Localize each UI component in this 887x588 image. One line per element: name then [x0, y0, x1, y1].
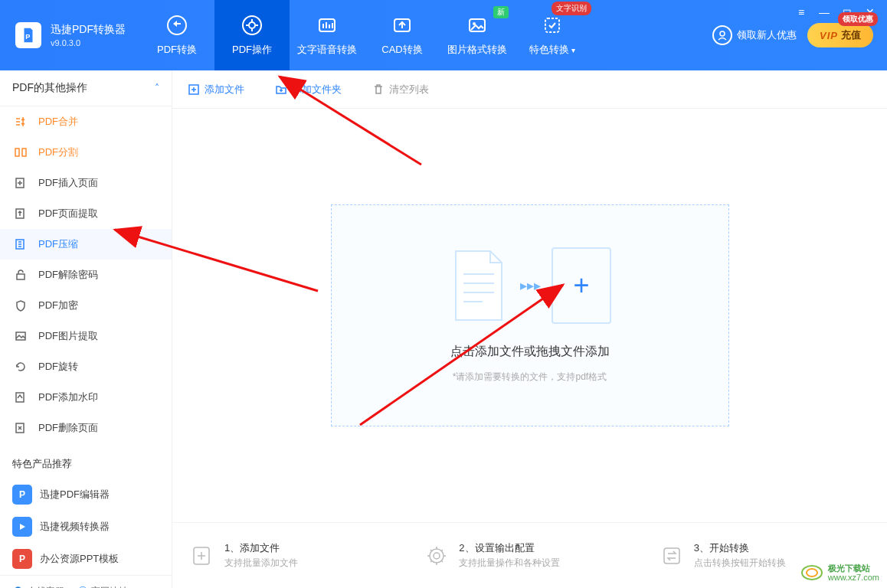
sidebar-item-compress[interactable]: PDF压缩 — [0, 229, 172, 260]
tab-cad-convert[interactable]: CAD转换 — [365, 0, 440, 70]
sidebar-item-encrypt[interactable]: PDF加密 — [0, 290, 172, 321]
recommend-label: 迅捷视频转换器 — [40, 520, 110, 534]
svg-rect-8 — [545, 18, 559, 32]
vip-label: 充值 — [841, 28, 861, 42]
add-file-button[interactable]: 添加文件 — [188, 83, 244, 96]
svg-point-3 — [249, 22, 255, 28]
svg-point-2 — [243, 16, 261, 34]
operate-icon — [241, 14, 263, 37]
tab-special-convert[interactable]: 文字识别 特色转换▾ — [515, 0, 590, 70]
sidebar-item-label: PDF加密 — [38, 299, 78, 312]
add-box-icon: + — [552, 247, 611, 324]
vip-recharge-button[interactable]: 领取优惠 VIP 充值 — [807, 23, 873, 47]
sidebar-item-label: PDF旋转 — [38, 360, 78, 374]
sidebar-item-unlock[interactable]: PDF解除密码 — [0, 260, 172, 290]
user-icon — [712, 25, 732, 45]
step-sub: 支持批量添加文件 — [224, 557, 298, 570]
step-2: 2、设置输出配置支持批量操作和各种设置 — [424, 541, 635, 570]
unlock-icon — [14, 268, 28, 282]
sidebar-item-merge[interactable]: PDF合并 — [0, 106, 172, 137]
main-panel: 添加文件 添加文件夹 清空列表 ▸▸▸ + 点击 — [172, 70, 887, 588]
badge-new: 新 — [493, 6, 509, 18]
tab-pdf-operate[interactable]: PDF操作 — [214, 0, 290, 70]
watermark-cn: 极光下载站 — [828, 564, 879, 573]
step-settings-icon — [424, 543, 450, 569]
new-user-label: 领取新人优惠 — [737, 28, 797, 42]
cs-label: 在线客服 — [28, 585, 64, 588]
tab-text-speech[interactable]: 文字语音转换 — [290, 0, 365, 70]
customer-service-link[interactable]: 👤在线客服 — [12, 585, 64, 588]
video-converter-icon — [12, 517, 32, 537]
svg-point-9 — [720, 31, 725, 36]
rotate-icon — [14, 360, 28, 374]
app-title: 迅捷PDF转换器 — [51, 23, 126, 37]
trash-icon — [372, 83, 385, 96]
svg-rect-10 — [15, 149, 19, 156]
sidebar-item-insert[interactable]: PDF插入页面 — [0, 168, 172, 198]
image-extract-icon — [14, 329, 28, 343]
chevron-down-icon: ▾ — [571, 46, 575, 54]
nav-tabs: PDF转换 PDF操作 文字语音转换 CAD转换 新 图片格式转换 文字识别 特… — [139, 0, 590, 70]
recommend-label: 办公资源PPT模板 — [40, 552, 119, 566]
recommend-title: 特色产品推荐 — [0, 443, 172, 479]
site-label: 官网地址 — [91, 585, 128, 588]
convert-icon — [165, 14, 188, 37]
vip-badge: 领取优惠 — [838, 12, 878, 26]
arrows-icon: ▸▸▸ — [520, 277, 541, 294]
tab-label: 图片格式转换 — [447, 43, 507, 57]
official-site-link[interactable]: ⓔ官网地址 — [78, 585, 128, 588]
logo-section: P 迅捷PDF转换器 v9.0.3.0 — [0, 0, 139, 70]
pdf-editor-icon: P — [12, 485, 32, 505]
step-title: 1、添加文件 — [224, 541, 298, 555]
sidebar-footer: 👤在线客服 ⓔ官网地址 — [0, 575, 172, 588]
split-icon — [14, 145, 28, 159]
clear-list-button[interactable]: 清空列表 — [372, 83, 429, 96]
recommend-pdf-editor[interactable]: P迅捷PDF编辑器 — [0, 479, 172, 511]
insert-icon — [14, 176, 28, 190]
special-icon — [541, 14, 564, 37]
header: P 迅捷PDF转换器 v9.0.3.0 PDF转换 PDF操作 文字语音转换 C… — [0, 0, 887, 70]
app-logo-icon: P — [15, 22, 41, 48]
add-folder-button[interactable]: 添加文件夹 — [275, 83, 342, 96]
clear-list-label: 清空列表 — [389, 83, 429, 96]
menu-icon[interactable]: ≡ — [795, 6, 807, 18]
tab-label: 文字语音转换 — [297, 43, 357, 57]
sidebar-item-image-extract[interactable]: PDF图片提取 — [0, 321, 172, 351]
sidebar-item-label: PDF解除密码 — [38, 268, 98, 282]
plus-folder-icon — [275, 83, 287, 96]
merge-icon — [14, 115, 28, 129]
recommend-label: 迅捷PDF编辑器 — [40, 488, 110, 501]
chevron-up-icon: ˄ — [155, 83, 159, 93]
sidebar-item-split[interactable]: PDF分割 — [0, 137, 172, 168]
sidebar: PDF的其他操作 ˄ PDF合并 PDF分割 PDF插入页面 PDF页面提取 P… — [0, 70, 172, 588]
sidebar-item-label: PDF删除页面 — [38, 421, 98, 435]
app-version: v9.0.3.0 — [51, 38, 126, 47]
add-folder-label: 添加文件夹 — [292, 83, 342, 96]
add-file-label: 添加文件 — [205, 83, 244, 96]
sidebar-item-rotate[interactable]: PDF旋转 — [0, 351, 172, 382]
sidebar-item-label: PDF压缩 — [38, 237, 78, 251]
sidebar-item-delete-page[interactable]: PDF删除页面 — [0, 413, 172, 443]
compress-icon — [14, 237, 28, 251]
tab-image-convert[interactable]: 新 图片格式转换 — [440, 0, 515, 70]
drop-zone-title: 点击添加文件或拖拽文件添加 — [450, 344, 610, 360]
svg-rect-11 — [22, 149, 26, 156]
new-user-offer[interactable]: 领取新人优惠 — [712, 25, 797, 45]
minimize-button[interactable]: — — [818, 6, 830, 18]
step-title: 2、设置输出配置 — [459, 541, 560, 555]
sidebar-item-label: PDF分割 — [38, 145, 78, 159]
shield-icon — [14, 299, 28, 312]
recommend-ppt-template[interactable]: P办公资源PPT模板 — [0, 543, 172, 575]
sidebar-item-label: PDF添加水印 — [38, 390, 98, 404]
sidebar-section-header[interactable]: PDF的其他操作 ˄ — [0, 70, 172, 106]
badge-ocr: 文字识别 — [552, 2, 591, 15]
recommend-video-converter[interactable]: 迅捷视频转换器 — [0, 511, 172, 543]
image-icon — [466, 14, 489, 37]
drop-zone[interactable]: ▸▸▸ + 点击添加文件或拖拽文件添加 *请添加需要转换的文件，支持pdf格式 — [331, 204, 729, 426]
ppt-icon: P — [12, 549, 32, 569]
sidebar-item-label: PDF图片提取 — [38, 329, 98, 343]
tab-pdf-convert[interactable]: PDF转换 — [139, 0, 214, 70]
sidebar-item-label: PDF合并 — [38, 115, 78, 129]
sidebar-item-extract[interactable]: PDF页面提取 — [0, 198, 172, 229]
sidebar-item-watermark[interactable]: PDF添加水印 — [0, 382, 172, 413]
